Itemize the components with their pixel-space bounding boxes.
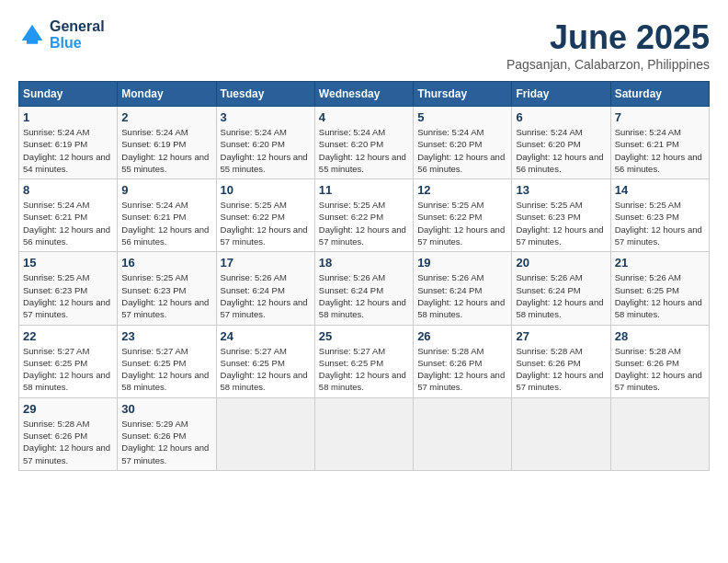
day-info: Sunrise: 5:24 AMSunset: 6:19 PMDaylight:… — [23, 126, 113, 175]
day-info: Sunrise: 5:24 AMSunset: 6:21 PMDaylight:… — [615, 126, 705, 175]
calendar-cell: 17Sunrise: 5:26 AMSunset: 6:24 PMDayligh… — [216, 252, 314, 325]
calendar-cell: 5Sunrise: 5:24 AMSunset: 6:20 PMDaylight… — [414, 107, 512, 179]
logo: General Blue — [18, 18, 105, 51]
calendar-cell: 26Sunrise: 5:28 AMSunset: 6:26 PMDayligh… — [414, 325, 512, 397]
calendar-week-4: 22Sunrise: 5:27 AMSunset: 6:25 PMDayligh… — [19, 325, 710, 397]
day-number: 22 — [23, 329, 113, 343]
calendar-cell: 15Sunrise: 5:25 AMSunset: 6:23 PMDayligh… — [19, 252, 118, 325]
day-info: Sunrise: 5:25 AMSunset: 6:23 PMDaylight:… — [516, 199, 606, 247]
day-info: Sunrise: 5:27 AMSunset: 6:25 PMDaylight:… — [121, 345, 211, 394]
page-header: General Blue June 2025 Pagsanjan, Calaba… — [18, 18, 710, 72]
calendar-cell: 11Sunrise: 5:25 AMSunset: 6:22 PMDayligh… — [314, 179, 413, 252]
calendar-cell: 19Sunrise: 5:26 AMSunset: 6:24 PMDayligh… — [414, 252, 512, 325]
day-number: 1 — [23, 110, 113, 124]
day-number: 2 — [121, 110, 211, 124]
day-info: Sunrise: 5:24 AMSunset: 6:21 PMDaylight:… — [121, 199, 211, 247]
day-number: 27 — [516, 329, 606, 343]
calendar-cell: 1Sunrise: 5:24 AMSunset: 6:19 PMDaylight… — [19, 107, 118, 179]
day-number: 21 — [615, 256, 705, 270]
calendar-week-3: 15Sunrise: 5:25 AMSunset: 6:23 PMDayligh… — [19, 252, 710, 325]
day-info: Sunrise: 5:24 AMSunset: 6:20 PMDaylight:… — [516, 126, 606, 175]
header-thursday: Thursday — [414, 82, 512, 107]
calendar-table: SundayMondayTuesdayWednesdayThursdayFrid… — [18, 81, 710, 471]
day-number: 18 — [319, 256, 409, 270]
day-info: Sunrise: 5:26 AMSunset: 6:24 PMDaylight:… — [516, 271, 606, 320]
day-number: 25 — [319, 329, 409, 343]
day-number: 6 — [516, 110, 606, 124]
day-info: Sunrise: 5:28 AMSunset: 6:26 PMDaylight:… — [417, 345, 507, 394]
calendar-week-2: 8Sunrise: 5:24 AMSunset: 6:21 PMDaylight… — [19, 179, 710, 252]
day-info: Sunrise: 5:24 AMSunset: 6:21 PMDaylight:… — [23, 199, 113, 247]
day-info: Sunrise: 5:24 AMSunset: 6:20 PMDaylight:… — [417, 126, 507, 175]
day-number: 5 — [417, 110, 507, 124]
calendar-cell: 30Sunrise: 5:29 AMSunset: 6:26 PMDayligh… — [118, 397, 216, 470]
calendar-cell: 14Sunrise: 5:25 AMSunset: 6:23 PMDayligh… — [610, 179, 709, 252]
day-info: Sunrise: 5:24 AMSunset: 6:19 PMDaylight:… — [121, 126, 211, 175]
day-number: 15 — [23, 256, 113, 270]
header-friday: Friday — [512, 82, 610, 107]
logo-text: General Blue — [50, 18, 105, 51]
day-number: 10 — [221, 183, 311, 197]
calendar-cell — [216, 397, 314, 470]
day-info: Sunrise: 5:26 AMSunset: 6:25 PMDaylight:… — [615, 271, 705, 320]
day-info: Sunrise: 5:25 AMSunset: 6:23 PMDaylight:… — [23, 271, 113, 320]
calendar-cell: 3Sunrise: 5:24 AMSunset: 6:20 PMDaylight… — [216, 107, 314, 179]
day-number: 20 — [516, 256, 606, 270]
day-number: 28 — [615, 329, 705, 343]
title-area: June 2025 Pagsanjan, Calabarzon, Philipp… — [506, 18, 710, 72]
day-number: 12 — [417, 183, 507, 197]
header-wednesday: Wednesday — [314, 82, 413, 107]
svg-rect-1 — [27, 40, 38, 44]
calendar-cell: 8Sunrise: 5:24 AMSunset: 6:21 PMDaylight… — [19, 179, 118, 252]
calendar-cell: 21Sunrise: 5:26 AMSunset: 6:25 PMDayligh… — [610, 252, 709, 325]
day-info: Sunrise: 5:29 AMSunset: 6:26 PMDaylight:… — [121, 418, 211, 466]
calendar-cell: 6Sunrise: 5:24 AMSunset: 6:20 PMDaylight… — [512, 107, 610, 179]
calendar-cell — [512, 397, 610, 470]
day-number: 7 — [615, 110, 705, 124]
day-number: 19 — [417, 256, 507, 270]
calendar-cell: 4Sunrise: 5:24 AMSunset: 6:20 PMDaylight… — [314, 107, 413, 179]
calendar-header-row: SundayMondayTuesdayWednesdayThursdayFrid… — [19, 82, 710, 107]
logo-icon — [18, 21, 46, 49]
day-number: 16 — [121, 256, 211, 270]
calendar-cell: 13Sunrise: 5:25 AMSunset: 6:23 PMDayligh… — [512, 179, 610, 252]
day-number: 3 — [221, 110, 311, 124]
day-number: 24 — [221, 329, 311, 343]
calendar-cell: 27Sunrise: 5:28 AMSunset: 6:26 PMDayligh… — [512, 325, 610, 397]
calendar-cell: 2Sunrise: 5:24 AMSunset: 6:19 PMDaylight… — [118, 107, 216, 179]
header-monday: Monday — [118, 82, 216, 107]
day-info: Sunrise: 5:28 AMSunset: 6:26 PMDaylight:… — [516, 345, 606, 394]
day-info: Sunrise: 5:26 AMSunset: 6:24 PMDaylight:… — [221, 271, 311, 320]
calendar-cell: 7Sunrise: 5:24 AMSunset: 6:21 PMDaylight… — [610, 107, 709, 179]
day-info: Sunrise: 5:27 AMSunset: 6:25 PMDaylight:… — [221, 345, 311, 394]
day-info: Sunrise: 5:25 AMSunset: 6:22 PMDaylight:… — [221, 199, 311, 247]
calendar-cell: 18Sunrise: 5:26 AMSunset: 6:24 PMDayligh… — [314, 252, 413, 325]
svg-marker-0 — [22, 24, 43, 40]
calendar-cell: 10Sunrise: 5:25 AMSunset: 6:22 PMDayligh… — [216, 179, 314, 252]
day-number: 4 — [319, 110, 409, 124]
day-info: Sunrise: 5:25 AMSunset: 6:23 PMDaylight:… — [615, 199, 705, 247]
location: Pagsanjan, Calabarzon, Philippines — [506, 57, 710, 72]
calendar-cell: 23Sunrise: 5:27 AMSunset: 6:25 PMDayligh… — [118, 325, 216, 397]
calendar-cell: 29Sunrise: 5:28 AMSunset: 6:26 PMDayligh… — [19, 397, 118, 470]
day-info: Sunrise: 5:28 AMSunset: 6:26 PMDaylight:… — [23, 418, 113, 466]
calendar-week-1: 1Sunrise: 5:24 AMSunset: 6:19 PMDaylight… — [19, 107, 710, 179]
calendar-week-5: 29Sunrise: 5:28 AMSunset: 6:26 PMDayligh… — [19, 397, 710, 470]
day-info: Sunrise: 5:26 AMSunset: 6:24 PMDaylight:… — [319, 271, 409, 320]
day-info: Sunrise: 5:27 AMSunset: 6:25 PMDaylight:… — [23, 345, 113, 394]
calendar-cell: 9Sunrise: 5:24 AMSunset: 6:21 PMDaylight… — [118, 179, 216, 252]
day-number: 23 — [121, 329, 211, 343]
calendar-cell: 28Sunrise: 5:28 AMSunset: 6:26 PMDayligh… — [610, 325, 709, 397]
calendar-cell — [414, 397, 512, 470]
day-info: Sunrise: 5:27 AMSunset: 6:25 PMDaylight:… — [319, 345, 409, 394]
calendar-cell: 25Sunrise: 5:27 AMSunset: 6:25 PMDayligh… — [314, 325, 413, 397]
calendar-cell — [314, 397, 413, 470]
calendar-cell: 24Sunrise: 5:27 AMSunset: 6:25 PMDayligh… — [216, 325, 314, 397]
calendar-cell: 12Sunrise: 5:25 AMSunset: 6:22 PMDayligh… — [414, 179, 512, 252]
month-title: June 2025 — [506, 18, 710, 57]
day-info: Sunrise: 5:24 AMSunset: 6:20 PMDaylight:… — [319, 126, 409, 175]
day-number: 30 — [121, 402, 211, 416]
day-number: 29 — [23, 402, 113, 416]
day-number: 26 — [417, 329, 507, 343]
day-info: Sunrise: 5:25 AMSunset: 6:23 PMDaylight:… — [121, 271, 211, 320]
